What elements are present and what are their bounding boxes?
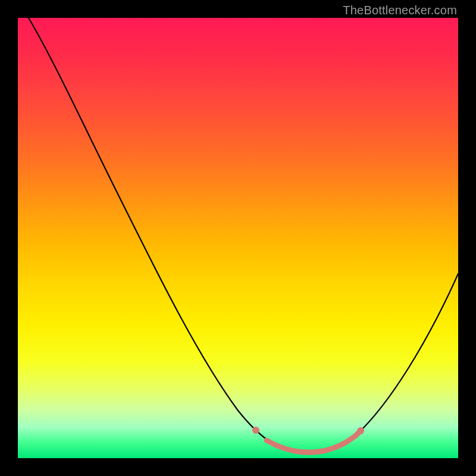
bottleneck-curve bbox=[27, 15, 458, 452]
tolerance-dot-right bbox=[357, 427, 364, 434]
tolerance-band bbox=[267, 431, 361, 452]
tolerance-dot-left bbox=[252, 427, 259, 434]
watermark-text: TheBottlenecker.com bbox=[343, 4, 457, 17]
chart-frame: TheBottlenecker.com bbox=[0, 0, 476, 476]
plot-area bbox=[18, 18, 458, 458]
curve-layer bbox=[18, 18, 458, 458]
